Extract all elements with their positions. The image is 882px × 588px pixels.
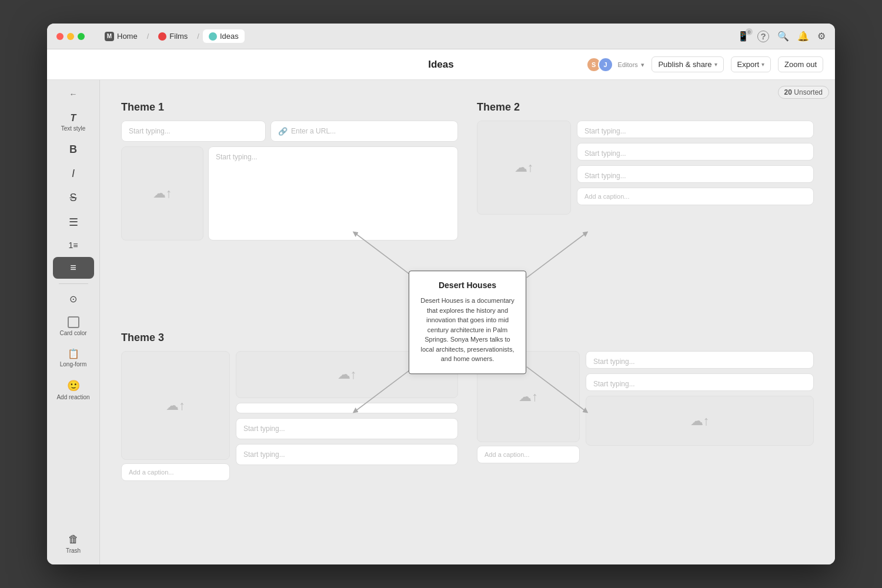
avatar-stack: S J xyxy=(586,57,613,72)
upload-icon-t2: ☁↑ xyxy=(514,160,534,175)
tab-ideas[interactable]: Ideas xyxy=(203,29,245,43)
sidebar-item-strikethrough[interactable]: S xyxy=(53,187,94,209)
center-card-title: Desert Houses xyxy=(419,280,516,290)
link-icon: ⊙ xyxy=(69,293,77,305)
theme-3-caption-left[interactable]: Add a caption... xyxy=(121,463,230,481)
editors-group[interactable]: S J Editors ▾ xyxy=(586,57,645,72)
export-chevron: ▾ xyxy=(761,61,764,68)
theme-4-caption[interactable]: Add a caption... xyxy=(477,446,580,463)
page-title: Ideas xyxy=(428,59,453,71)
center-card: Desert Houses Desert Houses is a documen… xyxy=(409,270,526,374)
minimize-button[interactable] xyxy=(67,33,74,40)
tab-sep-2: / xyxy=(197,32,199,41)
theme-4-text1[interactable]: Start typing... xyxy=(586,351,814,369)
theme-3-typing2[interactable]: Start typing... xyxy=(236,444,458,465)
editors-label[interactable]: Editors ▾ xyxy=(617,60,645,69)
theme-3-title: Theme 3 xyxy=(121,332,458,344)
titlebar-right: 📱 0 ? 🔍 🔔 ⚙ xyxy=(737,31,826,42)
sidebar-long-form-label: Long-form xyxy=(60,361,87,368)
sidebar-item-bullet-list[interactable]: ☰ xyxy=(53,211,94,233)
home-icon: M xyxy=(105,32,114,41)
theme-1-row1: Start typing... 🔗 Enter a URL... xyxy=(121,121,458,142)
export-button[interactable]: Export ▾ xyxy=(731,56,771,72)
strikethrough-icon: S xyxy=(69,192,76,204)
theme-1-image-card[interactable]: ☁↑ xyxy=(121,146,203,240)
add-reaction-icon: 🙂 xyxy=(67,379,80,392)
theme-2-caption[interactable]: Add a caption... xyxy=(577,188,814,205)
theme-3-image-big[interactable]: ☁↑ xyxy=(121,351,230,460)
bold-icon: B xyxy=(69,143,77,156)
sidebar-trash-label: Trash xyxy=(66,547,81,554)
theme-2-image[interactable]: ☁↑ xyxy=(477,121,571,215)
films-dot xyxy=(158,32,166,41)
back-button[interactable]: ← xyxy=(63,86,84,102)
avatar-2: J xyxy=(598,57,613,72)
header-right: S J Editors ▾ Publish & share ▾ Export ▾… xyxy=(586,56,823,72)
theme-2-text2[interactable]: Start typing... xyxy=(577,143,814,161)
traffic-lights xyxy=(56,33,85,40)
app-window: M Home / Films / Ideas 📱 0 ? 🔍 🔔 ⚙ xyxy=(47,24,835,564)
theme-3-layout: ☁↑ Add a caption... ☁↑ Start typing... xyxy=(121,351,458,481)
sidebar-item-italic[interactable]: I xyxy=(53,163,94,185)
sidebar-item-long-form[interactable]: 📋 Long-form xyxy=(53,343,94,372)
theme-4-image-sm[interactable]: ☁↑ xyxy=(586,396,814,446)
center-card-description: Desert Houses is a documentary that expl… xyxy=(419,296,516,364)
link-icon-t1: 🔗 xyxy=(278,127,288,136)
nav-tabs: M Home / Films / Ideas xyxy=(99,29,245,44)
long-form-icon: 📋 xyxy=(68,348,79,359)
settings-icon[interactable]: ⚙ xyxy=(817,31,826,42)
help-icon[interactable]: ? xyxy=(757,31,769,42)
sidebar-item-card-color[interactable]: Card color xyxy=(53,312,94,341)
tab-films[interactable]: Films xyxy=(152,29,193,43)
upload-icon-t1: ☁↑ xyxy=(153,186,172,201)
theme-2-text3[interactable]: Start typing... xyxy=(577,165,814,183)
theme-4-title: Theme 4 xyxy=(477,332,814,344)
search-icon[interactable]: 🔍 xyxy=(777,31,789,42)
upload-icon-t3-sm: ☁↑ xyxy=(338,367,357,382)
bullet-list-icon: ☰ xyxy=(69,216,78,229)
theme-3-typing1[interactable]: Start typing... xyxy=(236,418,458,439)
maximize-button[interactable] xyxy=(78,33,85,40)
theme-1-typing-card[interactable]: Start typing... xyxy=(208,146,458,240)
zoom-out-button[interactable]: Zoom out xyxy=(778,56,823,72)
theme-2-text1[interactable]: Start typing... xyxy=(577,121,814,138)
sidebar-item-trash[interactable]: 🗑 Trash xyxy=(53,529,94,559)
sidebar: ← T Text style B I S ☰ 1≡ ≡ xyxy=(47,80,100,564)
bell-icon[interactable]: 🔔 xyxy=(797,31,809,42)
tab-home[interactable]: M Home xyxy=(99,29,143,44)
theme-4-text2[interactable]: Start typing... xyxy=(586,373,814,391)
theme-4-layout: ☁↑ Add a caption... Start typing... Star… xyxy=(477,351,814,463)
theme-1-title: Theme 1 xyxy=(121,101,458,113)
upload-icon-t4: ☁↑ xyxy=(519,389,538,405)
publish-share-button[interactable]: Publish & share ▾ xyxy=(652,56,723,72)
mobile-badge-wrap: 📱 0 xyxy=(737,31,749,42)
tab-films-label: Films xyxy=(169,32,188,41)
sidebar-item-numbered-list[interactable]: 1≡ xyxy=(53,236,94,255)
card-color-icon xyxy=(68,316,79,328)
headerbar: Ideas S J Editors ▾ Publish & share ▾ Ex… xyxy=(47,49,835,80)
sidebar-item-add-reaction[interactable]: 🙂 Add reaction xyxy=(53,375,94,405)
theme-1-typing-placeholder: Start typing... xyxy=(209,147,457,167)
sidebar-item-align[interactable]: ≡ xyxy=(53,257,94,279)
tab-sep-1: / xyxy=(147,32,149,41)
ideas-dot xyxy=(209,32,217,41)
theme-1-text-card[interactable]: Start typing... xyxy=(121,121,266,142)
numbered-list-icon: 1≡ xyxy=(69,240,78,250)
theme-1-url-card[interactable]: 🔗 Enter a URL... xyxy=(270,121,458,142)
upload-icon-t4-sm: ☁↑ xyxy=(690,413,710,429)
sidebar-item-link[interactable]: ⊙ xyxy=(53,289,94,309)
theme-3-caption-sm[interactable] xyxy=(236,403,458,413)
main-area: ← T Text style B I S ☰ 1≡ ≡ xyxy=(47,80,835,564)
close-button[interactable] xyxy=(56,33,64,40)
sidebar-item-text-style[interactable]: T Text style xyxy=(53,108,94,136)
sidebar-divider-1 xyxy=(59,283,88,284)
theme-1-text-placeholder: Start typing... xyxy=(122,121,265,141)
theme-3-left: ☁↑ Add a caption... xyxy=(121,351,230,481)
sidebar-add-reaction-label: Add reaction xyxy=(56,394,89,400)
tab-home-label: Home xyxy=(117,32,138,41)
theme-2-layout: ☁↑ Start typing... Start typing... S xyxy=(477,121,814,215)
tab-ideas-label: Ideas xyxy=(220,32,239,41)
theme-2-title: Theme 2 xyxy=(477,101,814,113)
sidebar-item-bold[interactable]: B xyxy=(53,139,94,161)
theme-1-url-placeholder: Enter a URL... xyxy=(291,127,336,135)
